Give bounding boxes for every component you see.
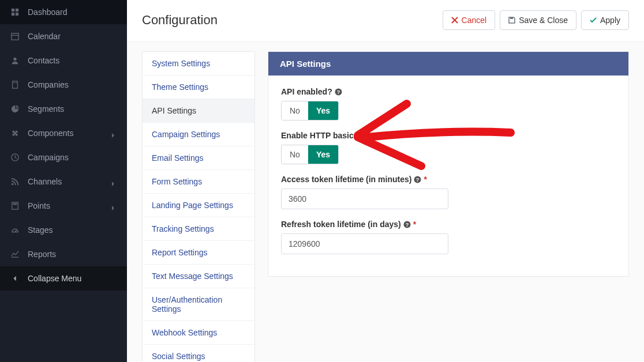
settings-nav-tracking[interactable]: Tracking Settings	[143, 217, 254, 241]
sidebar-label: Contacts	[28, 56, 117, 65]
svg-point-11	[12, 183, 14, 186]
sidebar-label: Channels	[28, 177, 111, 186]
basic-auth-toggle: No Yes	[281, 145, 339, 164]
svg-rect-7	[13, 81, 18, 88]
clock-icon	[10, 153, 20, 162]
content: System Settings Theme Settings API Setti…	[127, 42, 644, 362]
svg-rect-1	[16, 9, 18, 12]
check-icon	[590, 17, 597, 24]
svg-rect-3	[16, 13, 18, 16]
sidebar-label: Segments	[28, 104, 117, 114]
grid-icon	[10, 7, 20, 17]
header: Configuration Cancel Save & Close Apply	[127, 0, 644, 42]
gauge-icon	[10, 225, 20, 235]
sidebar-item-calendar[interactable]: Calendar	[0, 24, 127, 48]
chevron-right-icon	[111, 203, 117, 209]
required-marker: *	[413, 220, 416, 229]
field-label: API enabled? ?	[281, 87, 616, 96]
svg-text:?: ?	[383, 133, 386, 138]
save-label: Save & Close	[519, 16, 568, 25]
svg-text:?: ?	[336, 89, 340, 95]
field-refresh-token: Refresh token lifetime (in days) ? *	[281, 220, 616, 254]
sidebar: Dashboard Calendar Contacts Companies Se…	[0, 0, 127, 362]
svg-rect-2	[12, 13, 14, 16]
access-token-input[interactable]	[281, 188, 448, 209]
sidebar-item-companies[interactable]: Companies	[0, 73, 127, 97]
api-settings-panel: API Settings API enabled? ? No Yes	[268, 51, 629, 277]
label-text: Refresh token lifetime (in days)	[281, 220, 401, 229]
chevron-right-icon	[111, 130, 117, 136]
sidebar-item-campaigns[interactable]: Campaigns	[0, 145, 127, 169]
sidebar-item-contacts[interactable]: Contacts	[0, 48, 127, 73]
user-icon	[10, 56, 20, 65]
toggle-no[interactable]: No	[282, 101, 308, 120]
sidebar-label: Components	[28, 129, 111, 138]
svg-rect-16	[510, 17, 513, 19]
save-close-button[interactable]: Save & Close	[500, 10, 576, 30]
panel-title: API Settings	[268, 52, 628, 76]
settings-nav-system[interactable]: System Settings	[143, 52, 254, 76]
panel-body: API enabled? ? No Yes Enable HTTP basic …	[268, 76, 628, 276]
svg-rect-9	[16, 82, 17, 84]
refresh-token-input[interactable]	[281, 233, 448, 254]
page-title: Configuration	[142, 13, 218, 28]
cancel-label: Cancel	[462, 16, 487, 25]
toggle-no[interactable]: No	[282, 145, 308, 164]
sidebar-label: Reports	[28, 250, 117, 259]
settings-nav-report[interactable]: Report Settings	[143, 241, 254, 265]
sidebar-item-channels[interactable]: Channels	[0, 169, 127, 194]
toggle-yes[interactable]: Yes	[308, 101, 338, 120]
settings-nav-user[interactable]: User/Authentication Settings	[143, 288, 254, 321]
sidebar-label: Stages	[28, 225, 117, 235]
building-icon	[10, 80, 20, 89]
field-access-token: Access token lifetime (in minutes) ? *	[281, 175, 616, 209]
calculator-icon	[10, 201, 20, 210]
settings-nav-text[interactable]: Text Message Settings	[143, 265, 254, 288]
sidebar-item-segments[interactable]: Segments	[0, 97, 127, 121]
field-basic-auth: Enable HTTP basic auth? ? No Yes	[281, 131, 616, 164]
sidebar-label: Campaigns	[28, 153, 117, 162]
close-icon	[451, 17, 458, 24]
svg-rect-0	[12, 9, 14, 12]
sidebar-label: Dashboard	[28, 7, 117, 17]
api-enabled-toggle: No Yes	[281, 101, 339, 120]
chart-icon	[10, 250, 20, 259]
required-marker: *	[424, 175, 426, 184]
settings-nav-webhook[interactable]: Webhook Settings	[143, 321, 254, 345]
settings-nav-email[interactable]: Email Settings	[143, 146, 254, 170]
sidebar-label: Points	[28, 201, 111, 210]
settings-nav-form[interactable]: Form Settings	[143, 170, 254, 194]
settings-nav-api[interactable]: API Settings	[143, 99, 254, 123]
apply-button[interactable]: Apply	[581, 10, 629, 30]
toggle-yes[interactable]: Yes	[308, 145, 338, 164]
settings-nav-campaign[interactable]: Campaign Settings	[143, 123, 254, 146]
calendar-icon	[10, 32, 20, 41]
field-label: Access token lifetime (in minutes) ? *	[281, 175, 616, 184]
help-icon[interactable]: ?	[403, 221, 411, 228]
field-label: Enable HTTP basic auth? ?	[281, 131, 616, 140]
save-icon	[508, 17, 515, 24]
svg-text:?: ?	[405, 221, 409, 227]
sidebar-item-components[interactable]: Components	[0, 121, 127, 145]
pie-icon	[10, 104, 20, 114]
sidebar-item-points[interactable]: Points	[0, 194, 127, 218]
field-api-enabled: API enabled? ? No Yes	[281, 87, 616, 120]
settings-nav-landing[interactable]: Landing Page Settings	[143, 194, 254, 217]
label-text: Access token lifetime (in minutes)	[281, 175, 411, 184]
help-icon[interactable]: ?	[335, 88, 342, 96]
svg-rect-13	[13, 203, 17, 205]
field-label: Refresh token lifetime (in days) ? *	[281, 220, 616, 229]
sidebar-item-stages[interactable]: Stages	[0, 218, 127, 242]
settings-nav-theme[interactable]: Theme Settings	[143, 76, 254, 99]
chevron-right-icon	[111, 179, 117, 184]
help-icon[interactable]: ?	[414, 176, 421, 183]
sidebar-item-reports[interactable]: Reports	[0, 242, 127, 266]
sidebar-label: Calendar	[28, 32, 117, 41]
rss-icon	[10, 177, 20, 186]
settings-nav-social[interactable]: Social Settings	[143, 345, 254, 362]
sidebar-collapse[interactable]: Collapse Menu	[0, 266, 127, 291]
svg-text:?: ?	[416, 176, 420, 182]
cancel-button[interactable]: Cancel	[443, 10, 496, 30]
sidebar-item-dashboard[interactable]: Dashboard	[0, 0, 127, 24]
help-icon[interactable]: ?	[380, 132, 388, 139]
